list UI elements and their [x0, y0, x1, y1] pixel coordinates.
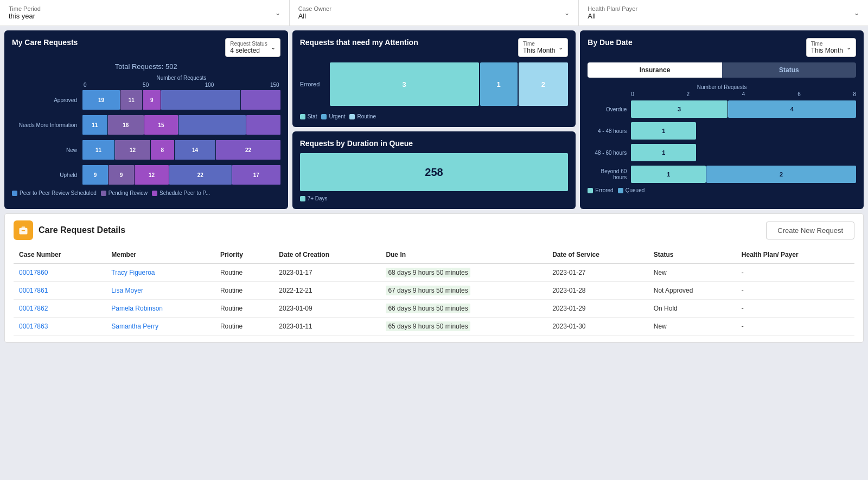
due-in-badge: 68 days 9 hours 50 minutes [386, 268, 470, 277]
middle-panels: Requests that need my Attention Time Thi… [292, 30, 576, 209]
attention-dropdown-value: This Month [523, 47, 555, 54]
due-seg-4-48-errored: 1 [631, 122, 696, 140]
requests-attention-title: Requests that need my Attention [300, 38, 418, 47]
tab-insurance[interactable]: Insurance [588, 62, 722, 78]
legend-color-peer [12, 191, 17, 196]
bar-row-new: New 11 12 8 14 22 [82, 140, 280, 160]
care-requests-chart: Number of Requests 0 50 100 150 Approved… [12, 75, 280, 185]
bar-segment: 12 [115, 140, 150, 160]
due-seg-48-60-errored: 1 [631, 144, 696, 161]
care-request-details-section: Care Request Details Create New Request … [4, 213, 864, 343]
bar-segment: 15 [144, 115, 178, 135]
bar-label-upheld: Upheld [12, 172, 81, 178]
svg-rect-2 [22, 230, 25, 231]
member-link[interactable]: Lisa Moyer [111, 287, 143, 294]
request-status-dropdown[interactable]: Request Status 4 selected ⌄ [225, 38, 280, 57]
x-axis-ticks: 0 50 100 150 [82, 82, 280, 88]
member-link[interactable]: Tracy Figueroa [111, 269, 155, 276]
due-in-badge: 67 days 9 hours 50 minutes [386, 286, 470, 295]
errored-bar: 3 1 2 [330, 62, 569, 106]
time-period-label: Time Period [9, 5, 275, 12]
bar-segment: 22 [216, 140, 280, 160]
col-case-number: Case Number [14, 247, 106, 263]
due-seg-overdue-errored: 3 [631, 100, 727, 118]
cell-health-plan: - [736, 263, 854, 282]
cell-health-plan: - [736, 282, 854, 300]
cell-member: Pamela Robinson [106, 300, 215, 318]
due-date-chevron-icon: ⌄ [846, 44, 851, 51]
bar-segment: 11 [82, 140, 114, 160]
cell-case-number: 00017863 [14, 318, 106, 336]
legend-color-queued [618, 188, 623, 193]
cell-case-number: 00017862 [14, 300, 106, 318]
case-owner-value: All [298, 12, 565, 20]
cell-status: New [648, 318, 736, 336]
due-seg-beyond-errored: 1 [631, 166, 706, 183]
errored-label: Errored [300, 81, 330, 87]
case-number-link[interactable]: 00017860 [19, 269, 48, 276]
cell-status: New [648, 263, 736, 282]
cell-date-service: 2023-01-28 [547, 282, 648, 300]
due-seg-beyond-queued: 2 [706, 166, 856, 183]
my-care-requests-panel: My Care Requests Request Status 4 select… [4, 30, 288, 209]
request-status-chevron-icon: ⌄ [271, 44, 276, 51]
table-row: 00017863 Samantha Perry Routine 2023-01-… [14, 318, 854, 336]
total-requests: Total Requests: 502 [12, 62, 280, 71]
due-date-time-dropdown[interactable]: Time This Month ⌄ [806, 38, 856, 57]
care-requests-legend: Peer to Peer Review Scheduled Pending Re… [12, 190, 280, 196]
member-link[interactable]: Samantha Perry [111, 323, 158, 330]
cell-member: Samantha Perry [106, 318, 215, 336]
case-number-link[interactable]: 00017863 [19, 323, 48, 330]
by-due-date-panel: By Due Date Time This Month ⌄ Insurance … [580, 30, 864, 209]
due-bar-48-60: 48 - 60 hours 1 [588, 144, 856, 161]
stacked-seg-stat: 3 [330, 62, 479, 106]
bar-segment: 11 [120, 90, 142, 110]
bar-segment [178, 115, 246, 135]
case-number-link[interactable]: 00017862 [19, 305, 48, 312]
case-number-link[interactable]: 00017861 [19, 287, 48, 294]
cell-date-creation: 2023-01-17 [273, 263, 380, 282]
tab-status[interactable]: Status [722, 62, 856, 78]
due-seg-overdue-queued: 4 [728, 100, 856, 118]
attention-legend: Stat Urgent Routine [300, 113, 569, 119]
attention-time-dropdown[interactable]: Time This Month ⌄ [518, 38, 568, 57]
due-in-badge: 65 days 9 hours 50 minutes [386, 321, 470, 331]
care-requests-table: Case Number Member Priority Date of Crea… [14, 247, 854, 336]
request-status-dropdown-value: 4 selected [230, 47, 267, 54]
due-bar-overdue: Overdue 3 4 [588, 100, 856, 118]
legend-color-stat [300, 114, 305, 119]
bar-segment: 11 [82, 115, 107, 135]
health-plan-value: All [588, 12, 854, 20]
health-plan-chevron-icon: ⌄ [854, 9, 859, 17]
col-priority: Priority [215, 247, 273, 263]
time-period-filter[interactable]: Time Period this year ⌄ [0, 0, 290, 26]
table-row: 00017861 Lisa Moyer Routine 2022-12-21 6… [14, 282, 854, 300]
col-status: Status [648, 247, 736, 263]
cell-status: On Hold [648, 300, 736, 318]
due-date-x-axis-title: Number of Requests [588, 84, 856, 90]
bar-segment [241, 90, 280, 110]
bar-label-needs-info: Needs More Information [12, 122, 81, 128]
case-owner-label: Case Owner [298, 5, 565, 12]
bar-segment: 9 [82, 165, 108, 185]
bar-segment: 14 [175, 140, 215, 160]
col-due-in: Due In [380, 247, 547, 263]
health-plan-filter[interactable]: Health Plan/ Payer All ⌄ [579, 0, 868, 26]
stacked-seg-urgent: 1 [480, 62, 518, 106]
bar-segment: 16 [108, 115, 144, 135]
cell-date-creation: 2023-01-09 [273, 300, 380, 318]
due-bar-overdue-label: Overdue [588, 106, 631, 112]
due-bar-48-60-label: 48 - 60 hours [588, 150, 631, 156]
bar-label-new: New [12, 147, 81, 153]
legend-color-routine [349, 114, 355, 119]
member-link[interactable]: Pamela Robinson [111, 305, 163, 312]
create-new-request-button[interactable]: Create New Request [766, 222, 854, 239]
bar-segment: 12 [135, 165, 169, 185]
cell-due-in: 67 days 9 hours 50 minutes [380, 282, 547, 300]
requests-attention-panel: Requests that need my Attention Time Thi… [292, 30, 576, 127]
legend-item-stat: Stat [300, 113, 317, 119]
cell-member: Lisa Moyer [106, 282, 215, 300]
bar-row-approved: Approved 19 11 9 [82, 90, 280, 110]
bar-segment: 9 [143, 90, 161, 110]
case-owner-filter[interactable]: Case Owner All ⌄ [290, 0, 579, 26]
